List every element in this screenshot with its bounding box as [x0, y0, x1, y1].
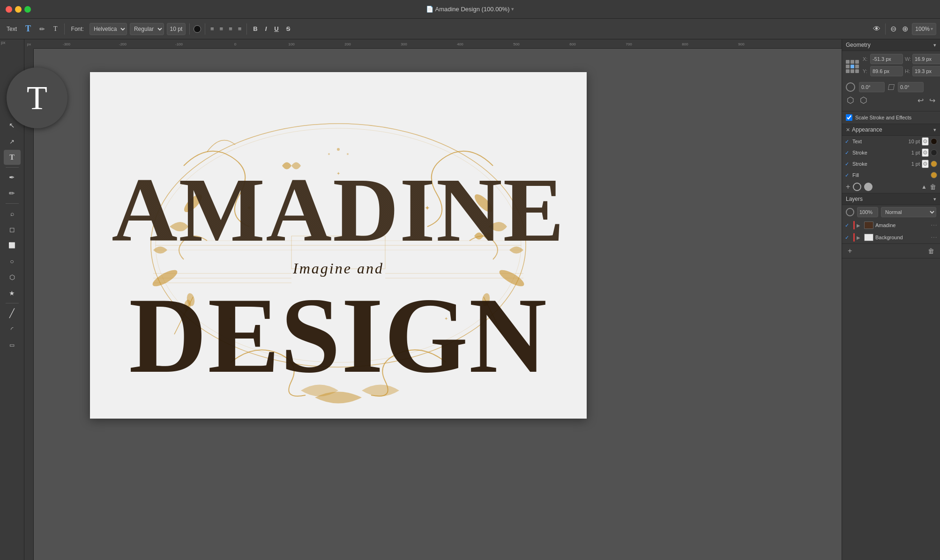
move-up-btn[interactable]: ▲ [921, 184, 927, 190]
appearance-stroke1-color-swatch[interactable] [931, 149, 937, 156]
geo-y-input[interactable] [870, 66, 903, 76]
appearance-stroke1-gear-btn[interactable]: ⚙ [922, 148, 929, 157]
layer-amadine-visibility[interactable]: ✓ [845, 222, 851, 228]
canvas-viewport[interactable]: ✦ ✦ ✦ ✦ ✦ [34, 49, 842, 560]
rotation-circle[interactable] [846, 82, 855, 92]
align-justify-btn[interactable]: ≡ [237, 24, 243, 34]
appearance-stroke2-check[interactable]: ✓ [845, 161, 850, 167]
appearance-collapse-btn[interactable]: ▾ [933, 127, 936, 133]
layers-collapse-btn[interactable]: ▾ [933, 196, 936, 202]
active-tool-letter: T [27, 81, 47, 115]
layer-opacity-input[interactable] [857, 207, 878, 217]
font-family-select[interactable]: Helvetica [90, 23, 127, 35]
layer-background-expand[interactable]: ▶ [857, 235, 862, 240]
line-tool-btn[interactable]: ╱ [4, 306, 21, 321]
add-layer-btn[interactable]: + [846, 246, 854, 256]
title-dropdown-icon[interactable]: ▾ [511, 6, 514, 12]
strikethrough-btn[interactable]: S [284, 24, 293, 34]
text-color-swatch[interactable] [194, 25, 201, 33]
underline-btn[interactable]: U [272, 24, 281, 34]
rotation-input[interactable] [859, 82, 885, 92]
ellipse-tool-btn[interactable]: ○ [4, 254, 21, 269]
brush-tool-btn[interactable]: ✏ [4, 186, 21, 201]
arc-tool-btn[interactable]: ◜ [4, 322, 21, 337]
add-appearance-btn[interactable]: + [846, 183, 850, 191]
appearance-stroke2-color-swatch[interactable] [931, 161, 937, 167]
flip-v-btn[interactable]: ⬡ [859, 94, 868, 106]
preview-toggle-btn[interactable]: 👁 [871, 23, 882, 35]
anchor-pt-mr[interactable] [855, 65, 859, 68]
italic-btn[interactable]: I [263, 24, 269, 34]
align-left-btn[interactable]: ≡ [209, 24, 216, 34]
appearance-stroke1-check[interactable]: ✓ [845, 150, 850, 156]
delete-layer-btn[interactable]: 🗑 [926, 246, 936, 256]
zoom-out-btn[interactable]: ⊖ [888, 22, 898, 35]
anchor-pt-bc[interactable] [850, 69, 854, 73]
layer-background-options[interactable]: ⋯ [931, 234, 937, 241]
close-button[interactable] [6, 6, 12, 13]
anchor-pt-bl[interactable] [846, 69, 850, 73]
geo-h-input[interactable] [912, 66, 940, 76]
font-style-select[interactable]: Regular [130, 23, 164, 35]
align-right-btn[interactable]: ≡ [227, 24, 234, 34]
text-tool-btn[interactable]: T [4, 150, 21, 165]
scale-stroke-label: Scale Stroke and Effects [855, 115, 936, 120]
minimize-button[interactable] [15, 6, 22, 13]
undo-btn[interactable]: ↩ [917, 95, 925, 106]
frame-tool-btn[interactable]: ▭ [4, 338, 21, 353]
divider-3 [205, 23, 205, 35]
layer-background-visibility[interactable]: ✓ [845, 235, 851, 241]
geo-w-input[interactable] [912, 54, 940, 64]
layer-item-background[interactable]: ✓ ▶ Background ⋯ [842, 231, 940, 243]
geo-x-label: X: [863, 56, 869, 62]
anchor-pt-tl[interactable] [846, 60, 850, 64]
font-size-input[interactable] [167, 23, 186, 35]
geo-x-input[interactable] [870, 54, 903, 64]
skew-input[interactable] [898, 82, 924, 92]
appearance-stroke2-gear-btn[interactable]: ⚙ [922, 160, 929, 168]
appearance-text-gear-btn[interactable]: ⚙ [922, 137, 929, 146]
appearance-fill-color-swatch[interactable] [931, 172, 937, 178]
anchor-pt-tc[interactable] [850, 60, 854, 64]
zoom-in-btn[interactable]: ⊕ [900, 22, 910, 35]
zoom-tool-btn[interactable]: ⌕ [4, 206, 21, 221]
scale-stroke-checkbox[interactable] [846, 114, 852, 121]
rect-tool-btn[interactable]: ⬜ [4, 238, 21, 253]
svg-text:Imagine and: Imagine and [292, 260, 384, 277]
title-bar: 📄 Amadine Design (100.00%) ▾ [0, 0, 940, 19]
geometry-collapse-btn[interactable]: ▾ [933, 42, 936, 48]
zoom-level-display[interactable]: 100% ▾ [912, 23, 936, 35]
appearance-filled-circle-btn[interactable] [864, 183, 873, 191]
star-tool-btn[interactable]: ★ [4, 286, 21, 301]
appearance-x-btn[interactable]: ✕ [846, 127, 850, 133]
layer-amadine-expand[interactable]: ▶ [857, 223, 862, 228]
align-center-btn[interactable]: ≡ [218, 24, 225, 34]
pen-tool-btn[interactable]: ✒ [4, 170, 21, 185]
direct-select-tool-btn[interactable]: ↗ [4, 134, 21, 149]
tool-mode-label: Text [4, 26, 20, 32]
layer-blend-select[interactable]: Normal [881, 207, 936, 217]
layer-item-amadine[interactable]: ✓ ▶ Amadine ⋯ [842, 219, 940, 231]
appearance-circle-btn[interactable] [853, 183, 861, 191]
type-on-path-btn[interactable]: T [51, 23, 60, 35]
touch-type-btn[interactable]: ✏ [37, 23, 48, 35]
appearance-fill-check[interactable]: ✓ [845, 172, 850, 178]
anchor-pt-ml[interactable] [846, 65, 850, 68]
flip-h-btn[interactable]: ⬡ [846, 94, 855, 106]
bold-btn[interactable]: B [251, 24, 260, 34]
polygon-tool-btn[interactable]: ⬡ [4, 270, 21, 285]
hand-tool-btn[interactable]: ◻ [4, 222, 21, 237]
appearance-text-row: ✓ Text 10 pt ⚙ [842, 136, 940, 147]
delete-appearance-btn[interactable]: 🗑 [930, 183, 936, 191]
anchor-pt-br[interactable] [855, 69, 859, 73]
appearance-text-color-swatch[interactable] [931, 138, 937, 145]
maximize-button[interactable] [24, 6, 31, 13]
text-icon-btn[interactable]: T [22, 22, 34, 36]
layer-amadine-options[interactable]: ⋯ [931, 221, 937, 229]
anchor-pt-tr[interactable] [855, 60, 859, 64]
canvas-area[interactable]: px -300 -200 -100 0 100 200 300 400 500 … [24, 39, 842, 560]
anchor-pt-mc[interactable] [850, 65, 854, 68]
redo-btn[interactable]: ↪ [928, 95, 936, 106]
appearance-text-check[interactable]: ✓ [845, 139, 850, 145]
anchor-grid[interactable] [846, 60, 859, 73]
